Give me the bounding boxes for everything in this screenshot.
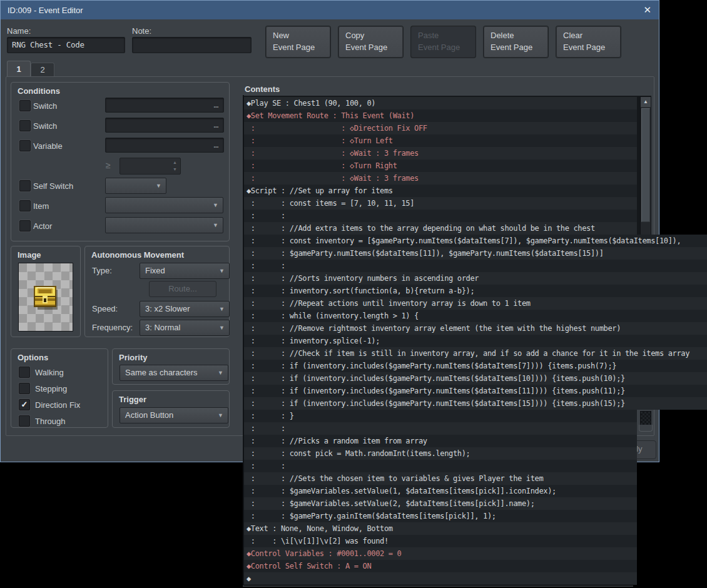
event-command-row[interactable]: ◆Play SE : Chest1 (90, 100, 0) — [244, 97, 637, 109]
item-label: Item — [33, 201, 49, 211]
switch1-checkbox[interactable] — [19, 100, 31, 111]
event-command-row[interactable]: : : — [244, 210, 637, 222]
chest-sprite — [31, 282, 59, 311]
option-label: Walking — [35, 368, 64, 377]
frequency-dropdown[interactable]: 3: Normal▼ — [140, 320, 230, 336]
trigger-dropdown[interactable]: Action Button▼ — [120, 407, 228, 423]
item-dropdown[interactable]: ▼ — [105, 197, 223, 213]
option-stepping[interactable]: Stepping — [19, 380, 80, 397]
variable-checkbox[interactable] — [19, 140, 31, 151]
variable-browse-icon[interactable]: … — [213, 138, 218, 152]
event-command-row[interactable]: : : } — [244, 410, 637, 422]
event-command-row[interactable]: : : ◇Turn Right — [244, 160, 637, 172]
image-title: Image — [18, 250, 41, 260]
self-switch-checkbox[interactable] — [19, 180, 31, 191]
event-command-row[interactable]: : : //Sets the chosen item to variables … — [244, 472, 637, 485]
event-command-row[interactable]: ◆Text : None, None, Window, Bottom — [244, 522, 637, 535]
chevron-down-icon: ▼ — [218, 408, 223, 423]
event-command-row[interactable]: : : const inventory = [$gameParty.numIte… — [244, 235, 707, 247]
event-command-row[interactable]: : : //Add extra items to the array depen… — [244, 222, 637, 235]
variable-amount-spinner[interactable]: ▲▼ — [120, 158, 181, 175]
event-command-row[interactable]: : : const items = [7, 10, 11, 15] — [244, 197, 637, 210]
delete-event-page-button[interactable]: DeleteEvent Page — [484, 26, 548, 58]
event-command-row[interactable]: : : //Repeat actions until inventory arr… — [244, 297, 707, 310]
checkbox[interactable] — [19, 367, 30, 378]
event-command-row[interactable]: : : //Sorts inventory numbers in ascendi… — [244, 272, 707, 285]
event-command-row[interactable]: : : const pick = Math.randomInt(items.le… — [244, 447, 637, 460]
event-command-row[interactable]: : : ◇Turn Left — [244, 134, 637, 147]
event-command-row[interactable]: : : //Picks a random item from array — [244, 435, 637, 447]
spin-down-icon[interactable]: ▼ — [173, 166, 177, 173]
new-event-page-button[interactable]: NewEvent Page — [266, 26, 330, 58]
event-command-row[interactable]: : : — [244, 260, 707, 272]
spin-up-icon[interactable]: ▲ — [173, 159, 177, 166]
item-checkbox[interactable] — [19, 200, 31, 211]
event-command-row[interactable]: ◆Control Variables : #0001..0002 = 0 — [244, 547, 637, 560]
checkbox[interactable] — [19, 415, 30, 427]
priority-dropdown[interactable]: Same as characters▼ — [120, 365, 228, 381]
switch2-label: Switch — [33, 121, 57, 131]
checkbox[interactable]: ✓ — [19, 399, 30, 410]
tab-page-1[interactable]: 1 — [7, 61, 31, 77]
window-title: ID:009 - Event Editor — [1, 6, 83, 15]
speed-label: Speed: — [92, 304, 118, 313]
switch1-label: Switch — [33, 101, 57, 111]
copy-event-page-button[interactable]: CopyEvent Page — [338, 26, 403, 58]
event-command-row[interactable]: : : $gameVariables.setValue(1, $dataItem… — [244, 485, 637, 497]
event-command-row[interactable]: : : if (inventory.includes($gameParty.nu… — [244, 372, 707, 385]
note-input[interactable] — [132, 37, 252, 53]
character-image-box[interactable] — [18, 263, 73, 332]
checkbox[interactable] — [19, 383, 30, 394]
priority-title: Priority — [119, 353, 148, 362]
option-through[interactable]: Through — [19, 413, 80, 429]
event-command-row[interactable]: : : //Remove rightmost inventory array e… — [244, 322, 707, 335]
speed-dropdown[interactable]: 3: x2 Slower▼ — [140, 301, 230, 317]
event-command-row[interactable]: : : $gameParty.numItems($dataItems[11]),… — [244, 247, 707, 260]
event-command-row[interactable]: : : inventory.sort(function(a, b){return… — [244, 285, 707, 297]
event-command-row[interactable]: : : $gameParty.gainItem($dataItems[items… — [244, 510, 637, 522]
switch2-browse-icon[interactable]: … — [213, 118, 218, 132]
contents-bottom-border — [243, 585, 633, 587]
event-command-row[interactable]: : : while (inventory.length > 1) { — [244, 310, 707, 322]
movement-type-dropdown[interactable]: Fixed▼ — [140, 263, 230, 279]
chevron-down-icon: ▼ — [219, 320, 225, 335]
event-command-row[interactable]: : : — [244, 422, 637, 435]
close-icon[interactable]: ✕ — [643, 4, 651, 16]
event-command-row[interactable]: : : ◇Direction Fix OFF — [244, 122, 637, 134]
event-command-row[interactable]: : : ◇Wait : 3 frames — [244, 147, 637, 160]
event-command-row[interactable]: ◆Control Self Switch : A = ON — [244, 560, 637, 572]
clear-event-page-button[interactable]: ClearEvent Page — [556, 26, 621, 58]
option-walking[interactable]: Walking — [19, 364, 80, 380]
variable-label: Variable — [33, 141, 63, 151]
greater-equal-sign: ≥ — [106, 160, 111, 170]
option-direction-fix[interactable]: ✓Direction Fix — [19, 397, 80, 413]
tab-page-2[interactable]: 2 — [31, 63, 54, 77]
event-command-row[interactable]: : : if (inventory.includes($gameParty.nu… — [244, 397, 707, 410]
event-commands-list: ◆Play SE : Chest1 (90, 100, 0)◆Set Movem… — [244, 97, 707, 585]
option-label: Through — [35, 417, 65, 426]
name-input[interactable]: RNG Chest - Code — [7, 37, 125, 53]
event-command-row[interactable]: ◆Set Movement Route : This Event (Wait) — [244, 109, 637, 122]
switch1-browse-icon[interactable]: … — [213, 98, 218, 112]
event-command-row[interactable]: : : \i[\v[1]]\v[2] was found! — [244, 535, 637, 547]
title-bar[interactable]: ID:009 - Event Editor ✕ — [1, 1, 659, 19]
switch2-checkbox[interactable] — [19, 120, 31, 131]
event-command-row[interactable]: : : $gameVariables.setValue(2, $dataItem… — [244, 497, 637, 510]
event-command-row[interactable]: ◆Script : //Set up array for items — [244, 185, 637, 197]
actor-dropdown[interactable]: ▼ — [105, 217, 223, 233]
event-command-row[interactable]: : : inventory.splice(-1); — [244, 335, 707, 347]
event-command-row[interactable]: ◆ — [244, 572, 637, 585]
switch2-field[interactable]: … — [105, 118, 224, 133]
route-button[interactable]: Route... — [149, 281, 216, 297]
name-label: Name: — [7, 26, 31, 36]
self-switch-dropdown[interactable]: ▼ — [105, 178, 166, 194]
switch1-field[interactable]: … — [105, 98, 224, 113]
event-command-row[interactable]: : : if (inventory.includes($gameParty.nu… — [244, 360, 707, 372]
actor-checkbox[interactable] — [19, 220, 31, 231]
event-command-row[interactable]: : : — [244, 460, 637, 472]
variable-field[interactable]: … — [105, 138, 224, 153]
event-command-row[interactable]: : : //Check if item is still in inventor… — [244, 347, 707, 360]
event-command-row[interactable]: : : if (inventory.includes($gameParty.nu… — [244, 385, 707, 397]
event-command-row[interactable]: : : ◇Wait : 3 frames — [244, 172, 637, 185]
event-page-buttons: NewEvent PageCopyEvent PagePasteEvent Pa… — [266, 26, 621, 58]
